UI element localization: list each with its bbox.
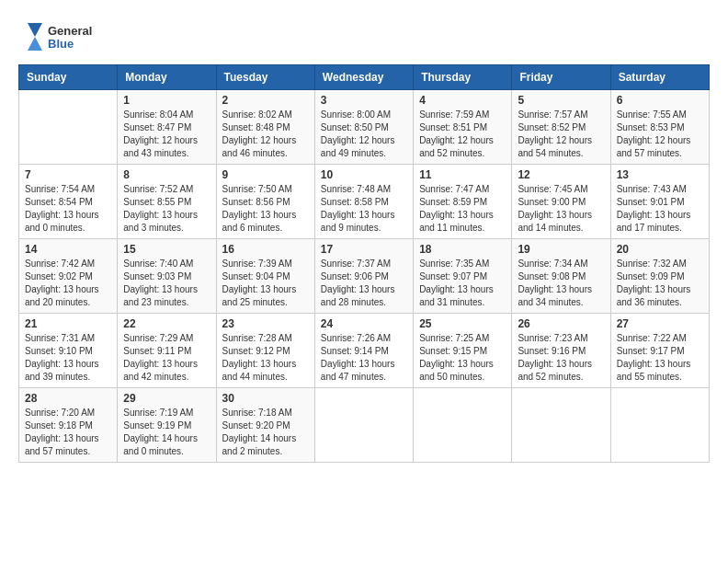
weekday-header-thursday: Thursday [414,65,512,90]
calendar-table: SundayMondayTuesdayWednesdayThursdayFrid… [18,64,710,463]
day-number: 22 [123,317,210,330]
calendar-cell [610,388,709,463]
weekday-header-saturday: Saturday [610,65,709,90]
calendar-cell: 10 Sunrise: 7:48 AMSunset: 8:58 PMDaylig… [314,165,413,239]
day-info: Sunrise: 7:55 AMSunset: 8:53 PMDaylight:… [617,109,703,160]
calendar-cell: 16 Sunrise: 7:39 AMSunset: 9:04 PMDaylig… [216,239,314,314]
day-number: 30 [222,392,309,405]
calendar-cell: 4 Sunrise: 7:59 AMSunset: 8:51 PMDayligh… [414,90,512,165]
day-number: 5 [518,94,604,107]
day-number: 7 [25,168,111,181]
day-info: Sunrise: 8:02 AMSunset: 8:48 PMDaylight:… [222,109,309,160]
calendar-cell: 11 Sunrise: 7:47 AMSunset: 8:59 PMDaylig… [414,165,512,239]
calendar-cell: 26 Sunrise: 7:23 AMSunset: 9:16 PMDaylig… [512,314,610,388]
day-number: 25 [419,317,506,330]
day-number: 9 [222,168,309,181]
day-number: 27 [617,317,703,330]
day-number: 10 [321,168,407,181]
day-info: Sunrise: 7:29 AMSunset: 9:11 PMDaylight:… [123,332,210,384]
day-number: 8 [123,168,210,181]
logo: General Blue [18,18,101,55]
calendar-cell: 24 Sunrise: 7:26 AMSunset: 9:14 PMDaylig… [314,314,413,388]
day-number: 18 [419,243,506,256]
weekday-header-row: SundayMondayTuesdayWednesdayThursdayFrid… [19,65,710,90]
calendar-cell: 30 Sunrise: 7:18 AMSunset: 9:20 PMDaylig… [216,388,314,463]
calendar-cell: 21 Sunrise: 7:31 AMSunset: 9:10 PMDaylig… [19,314,118,388]
weekday-header-monday: Monday [118,65,216,90]
calendar-cell: 23 Sunrise: 7:28 AMSunset: 9:12 PMDaylig… [216,314,314,388]
week-row-2: 7 Sunrise: 7:54 AMSunset: 8:54 PMDayligh… [19,165,710,239]
week-row-5: 28 Sunrise: 7:20 AMSunset: 9:18 PMDaylig… [19,388,710,463]
calendar-cell: 8 Sunrise: 7:52 AMSunset: 8:55 PMDayligh… [118,165,216,239]
calendar-cell: 29 Sunrise: 7:19 AMSunset: 9:19 PMDaylig… [118,388,216,463]
day-number: 19 [518,243,604,256]
day-info: Sunrise: 7:18 AMSunset: 9:20 PMDaylight:… [222,407,309,458]
day-info: Sunrise: 7:39 AMSunset: 9:04 PMDaylight:… [222,258,309,309]
day-number: 2 [222,94,309,107]
week-row-1: 1 Sunrise: 8:04 AMSunset: 8:47 PMDayligh… [19,90,710,165]
day-info: Sunrise: 7:31 AMSunset: 9:10 PMDaylight:… [25,332,111,384]
day-info: Sunrise: 7:45 AMSunset: 9:00 PMDaylight:… [518,183,604,235]
page-header: General Blue [18,18,710,55]
logo-svg: General Blue [18,18,101,55]
day-info: Sunrise: 7:32 AMSunset: 9:09 PMDaylight:… [617,258,703,309]
day-info: Sunrise: 7:40 AMSunset: 9:03 PMDaylight:… [123,258,210,309]
calendar-cell: 1 Sunrise: 8:04 AMSunset: 8:47 PMDayligh… [118,90,216,165]
calendar-cell: 25 Sunrise: 7:25 AMSunset: 9:15 PMDaylig… [414,314,512,388]
svg-text:General: General [48,24,92,38]
day-info: Sunrise: 7:34 AMSunset: 9:08 PMDaylight:… [518,258,604,309]
day-number: 24 [321,317,407,330]
day-info: Sunrise: 7:57 AMSunset: 8:52 PMDaylight:… [518,109,604,160]
day-number: 11 [419,168,506,181]
calendar-cell: 17 Sunrise: 7:37 AMSunset: 9:06 PMDaylig… [314,239,413,314]
svg-text:Blue: Blue [48,37,74,51]
day-info: Sunrise: 7:50 AMSunset: 8:56 PMDaylight:… [222,183,309,235]
day-number: 21 [25,317,111,330]
day-number: 4 [419,94,506,107]
day-number: 15 [123,243,210,256]
weekday-header-wednesday: Wednesday [314,65,413,90]
day-number: 6 [617,94,703,107]
calendar-cell: 13 Sunrise: 7:43 AMSunset: 9:01 PMDaylig… [610,165,709,239]
calendar-cell [19,90,118,165]
day-number: 23 [222,317,309,330]
calendar-cell [512,388,610,463]
day-info: Sunrise: 7:48 AMSunset: 8:58 PMDaylight:… [321,183,407,235]
calendar-cell [314,388,413,463]
day-number: 20 [617,243,703,256]
day-info: Sunrise: 7:26 AMSunset: 9:14 PMDaylight:… [321,332,407,384]
calendar-cell: 12 Sunrise: 7:45 AMSunset: 9:00 PMDaylig… [512,165,610,239]
calendar-cell [414,388,512,463]
day-info: Sunrise: 7:20 AMSunset: 9:18 PMDaylight:… [25,407,111,458]
day-info: Sunrise: 7:23 AMSunset: 9:16 PMDaylight:… [518,332,604,384]
calendar-cell: 14 Sunrise: 7:42 AMSunset: 9:02 PMDaylig… [19,239,118,314]
calendar-cell: 19 Sunrise: 7:34 AMSunset: 9:08 PMDaylig… [512,239,610,314]
day-number: 1 [123,94,210,107]
calendar-cell: 28 Sunrise: 7:20 AMSunset: 9:18 PMDaylig… [19,388,118,463]
calendar-cell: 3 Sunrise: 8:00 AMSunset: 8:50 PMDayligh… [314,90,413,165]
calendar-cell: 5 Sunrise: 7:57 AMSunset: 8:52 PMDayligh… [512,90,610,165]
day-number: 17 [321,243,407,256]
weekday-header-sunday: Sunday [19,65,118,90]
day-number: 3 [321,94,407,107]
calendar-cell: 15 Sunrise: 7:40 AMSunset: 9:03 PMDaylig… [118,239,216,314]
week-row-4: 21 Sunrise: 7:31 AMSunset: 9:10 PMDaylig… [19,314,710,388]
calendar-cell: 27 Sunrise: 7:22 AMSunset: 9:17 PMDaylig… [610,314,709,388]
day-info: Sunrise: 7:54 AMSunset: 8:54 PMDaylight:… [25,183,111,235]
day-info: Sunrise: 7:19 AMSunset: 9:19 PMDaylight:… [123,407,210,458]
calendar-cell: 18 Sunrise: 7:35 AMSunset: 9:07 PMDaylig… [414,239,512,314]
calendar-cell: 6 Sunrise: 7:55 AMSunset: 8:53 PMDayligh… [610,90,709,165]
day-info: Sunrise: 7:37 AMSunset: 9:06 PMDaylight:… [321,258,407,309]
day-info: Sunrise: 7:42 AMSunset: 9:02 PMDaylight:… [25,258,111,309]
day-info: Sunrise: 7:52 AMSunset: 8:55 PMDaylight:… [123,183,210,235]
day-number: 29 [123,392,210,405]
day-info: Sunrise: 7:59 AMSunset: 8:51 PMDaylight:… [419,109,506,160]
calendar-cell: 2 Sunrise: 8:02 AMSunset: 8:48 PMDayligh… [216,90,314,165]
weekday-header-tuesday: Tuesday [216,65,314,90]
day-number: 13 [617,168,703,181]
day-info: Sunrise: 7:35 AMSunset: 9:07 PMDaylight:… [419,258,506,309]
day-info: Sunrise: 7:25 AMSunset: 9:15 PMDaylight:… [419,332,506,384]
calendar-cell: 7 Sunrise: 7:54 AMSunset: 8:54 PMDayligh… [19,165,118,239]
day-info: Sunrise: 8:00 AMSunset: 8:50 PMDaylight:… [321,109,407,160]
day-info: Sunrise: 7:28 AMSunset: 9:12 PMDaylight:… [222,332,309,384]
